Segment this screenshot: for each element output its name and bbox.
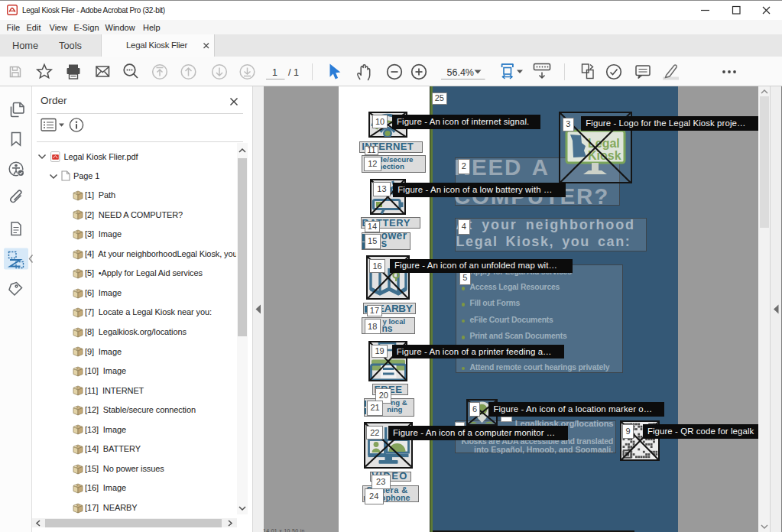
svg-text:56.4%: 56.4% xyxy=(447,67,474,78)
svg-text:/ 1: / 1 xyxy=(288,67,299,78)
svg-text:1: 1 xyxy=(272,67,277,78)
